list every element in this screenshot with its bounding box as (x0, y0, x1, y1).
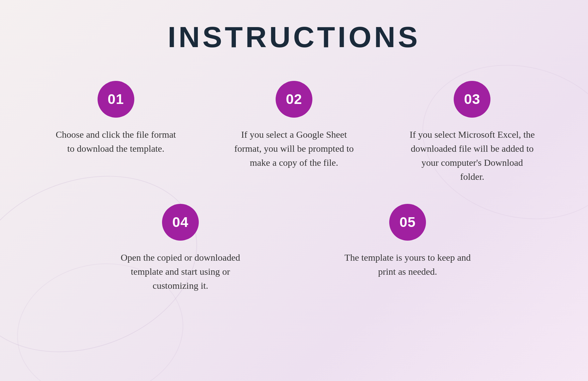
step-text-4: Open the copied or downloaded template a… (117, 251, 244, 293)
step-badge-5: 05 (389, 204, 426, 241)
steps-row-1: 01 Choose and click the file format to d… (0, 81, 588, 184)
page-title: INSTRUCTIONS (168, 20, 420, 54)
step-badge-4: 04 (162, 204, 199, 241)
step-badge-2: 02 (276, 81, 312, 118)
step-badge-1: 01 (98, 81, 134, 118)
step-badge-3: 03 (454, 81, 490, 118)
step-number-5: 05 (400, 214, 416, 230)
steps-row-2: 04 Open the copied or downloaded templat… (0, 204, 588, 293)
step-number-3: 03 (464, 91, 480, 107)
step-item-5: 05 The template is yours to keep and pri… (344, 204, 471, 293)
step-text-1: Choose and click the file format to down… (52, 128, 179, 156)
step-item-4: 04 Open the copied or downloaded templat… (117, 204, 244, 293)
step-number-2: 02 (286, 91, 302, 107)
step-text-2: If you select a Google Sheet format, you… (231, 128, 357, 170)
step-number-1: 01 (108, 91, 124, 107)
page-container: INSTRUCTIONS 01 Choose and click the fil… (0, 0, 588, 381)
step-item-2: 02 If you select a Google Sheet format, … (231, 81, 357, 184)
step-text-5: The template is yours to keep and print … (344, 251, 471, 279)
step-text-3: If you select Microsoft Excel, the downl… (409, 128, 536, 184)
step-item-3: 03 If you select Microsoft Excel, the do… (409, 81, 536, 184)
step-number-4: 04 (172, 214, 189, 230)
step-item-1: 01 Choose and click the file format to d… (52, 81, 179, 184)
